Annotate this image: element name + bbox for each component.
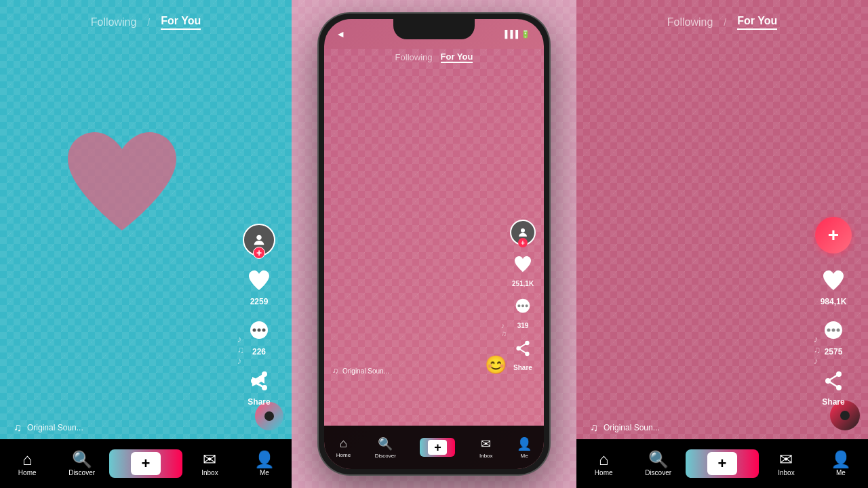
phone-me-icon: 👤 [517, 436, 532, 451]
phone-nav-discover[interactable]: 🔍 Discover [375, 436, 396, 459]
left-music-text: Original Soun... [27, 423, 83, 432]
right-nav-discover-label: Discover [645, 469, 671, 476]
left-side-actions: + 2259 226 [243, 224, 275, 407]
phone-following-tab[interactable]: Following [395, 52, 433, 62]
right-nav-inbox-label: Inbox [778, 469, 794, 476]
phone-foryou-tab[interactable]: For You [441, 52, 473, 63]
svg-point-23 [837, 329, 840, 332]
phone-nav-home[interactable]: ⌂ Home [336, 436, 351, 458]
right-share-label: Share [822, 397, 844, 407]
comment-icon [244, 316, 274, 346]
right-nav-bar: ⌂ Home 🔍 Discover + ✉ Inbox 👤 Me [576, 439, 868, 488]
phone-nav-inbox[interactable]: ✉ Inbox [479, 436, 493, 459]
left-nav-home[interactable]: ⌂ Home [0, 451, 54, 476]
svg-point-4 [262, 329, 266, 332]
right-like-btn[interactable]: 984,1K [818, 266, 848, 306]
phone-inbox-icon: ✉ [481, 436, 491, 451]
left-nav-inbox-label: Inbox [201, 469, 218, 476]
svg-point-22 [832, 329, 835, 332]
home-icon: ⌂ [22, 451, 33, 468]
share-icon [244, 366, 274, 396]
phone-music-note: ♫ [332, 366, 338, 375]
right-add-btn[interactable]: + [815, 217, 852, 253]
me-icon: 👤 [254, 451, 275, 468]
phone-inbox-label: Inbox [479, 453, 493, 459]
follow-badge: + [253, 247, 265, 259]
right-header: Following / For You [576, 15, 868, 30]
svg-point-2 [253, 329, 256, 332]
left-nav-home-label: Home [18, 469, 37, 476]
svg-point-21 [827, 329, 831, 332]
left-like-btn[interactable]: 2259 [244, 266, 274, 306]
phone-me-label: Me [521, 453, 528, 459]
svg-line-19 [519, 348, 528, 354]
phone-follow-badge: + [518, 238, 528, 247]
left-nav-discover[interactable]: 🔍 Discover [54, 451, 108, 476]
right-following-tab[interactable]: Following [667, 16, 713, 28]
right-comment-btn[interactable]: 2575 [818, 316, 848, 357]
phone-comments-count: 319 [517, 322, 529, 329]
right-likes-count: 984,1K [821, 297, 847, 306]
phone-share-btn[interactable]: Share [512, 338, 534, 371]
inbox-icon: ✉ [203, 451, 216, 468]
left-foryou-tab[interactable]: For You [161, 15, 201, 30]
right-music-text: Original Soun... [604, 423, 660, 432]
person-icon [252, 232, 267, 247]
phone-comment-btn[interactable]: 319 [512, 296, 534, 329]
left-nav-inbox[interactable]: ✉ Inbox [182, 451, 237, 476]
phone-time: ◀ [338, 30, 343, 39]
right-music-bar: ♫ Original Soun... [590, 422, 660, 434]
svg-point-3 [258, 329, 261, 332]
left-divider: / [147, 17, 150, 28]
left-share-btn[interactable]: Share [244, 366, 274, 407]
right-nav-inbox[interactable]: ✉ Inbox [759, 451, 813, 476]
left-comment-btn[interactable]: 226 [244, 316, 274, 357]
right-nav-me-label: Me [836, 469, 846, 476]
phone-add-icon: + [428, 440, 447, 455]
phone-home-icon: ⌂ [340, 436, 347, 451]
left-nav-me[interactable]: 👤 Me [237, 451, 292, 476]
right-comments-count: 2575 [825, 347, 843, 357]
phone-header: Following For You [324, 52, 544, 63]
right-comment-icon [818, 316, 848, 346]
phone-signal: ▐▐▐🔋 [502, 30, 530, 39]
add-icon: + [131, 452, 161, 475]
right-nav-home[interactable]: ⌂ Home [576, 451, 631, 476]
right-nav-add-btn[interactable]: + [686, 449, 759, 478]
right-discover-icon: 🔍 [648, 451, 669, 468]
phone-like-icon [512, 253, 534, 279]
left-share-label: Share [248, 397, 270, 407]
phone-comment-icon [512, 296, 534, 321]
phone-home-label: Home [336, 452, 351, 458]
svg-point-14 [526, 304, 528, 307]
svg-line-18 [519, 343, 528, 348]
phone-share-icon [512, 338, 534, 363]
right-music-note-icon: ♫ [590, 422, 598, 434]
phone-side-actions: + 251,1K [510, 220, 536, 371]
right-nav-discover[interactable]: 🔍 Discover [631, 451, 685, 476]
phone-music-bar: ♫ Original Soun... [332, 366, 389, 375]
phone-discover-icon: 🔍 [378, 436, 393, 451]
left-nav-add-btn[interactable]: + [109, 449, 182, 478]
left-likes-count: 2259 [250, 297, 269, 306]
right-share-btn[interactable]: Share [818, 366, 848, 407]
right-home-icon: ⌂ [599, 451, 609, 468]
phone-music-text: Original Soun... [342, 367, 389, 375]
right-foryou-tab[interactable]: For You [737, 15, 777, 30]
svg-line-27 [828, 374, 839, 381]
right-me-icon: 👤 [831, 451, 851, 468]
phone-nav-add-btn[interactable]: + [420, 438, 455, 457]
phone-avatar-btn[interactable]: + [510, 220, 536, 245]
phone-nav-me[interactable]: 👤 Me [517, 436, 532, 459]
left-avatar-btn[interactable]: + [243, 224, 275, 256]
emoji-face: 😊 [485, 354, 507, 375]
left-following-tab[interactable]: Following [91, 16, 137, 28]
phone-like-btn[interactable]: 251,1K [512, 253, 534, 287]
phone-status-bar: ◀ ▐▐▐🔋 [324, 19, 544, 49]
phone-likes-count: 251,1K [512, 280, 534, 287]
phone-discover-label: Discover [375, 453, 396, 459]
svg-point-13 [521, 304, 524, 307]
right-nav-me[interactable]: 👤 Me [814, 451, 868, 476]
right-add-icon: + [707, 452, 738, 475]
center-panel: ◀ ▐▐▐🔋 Following For You [292, 0, 576, 488]
